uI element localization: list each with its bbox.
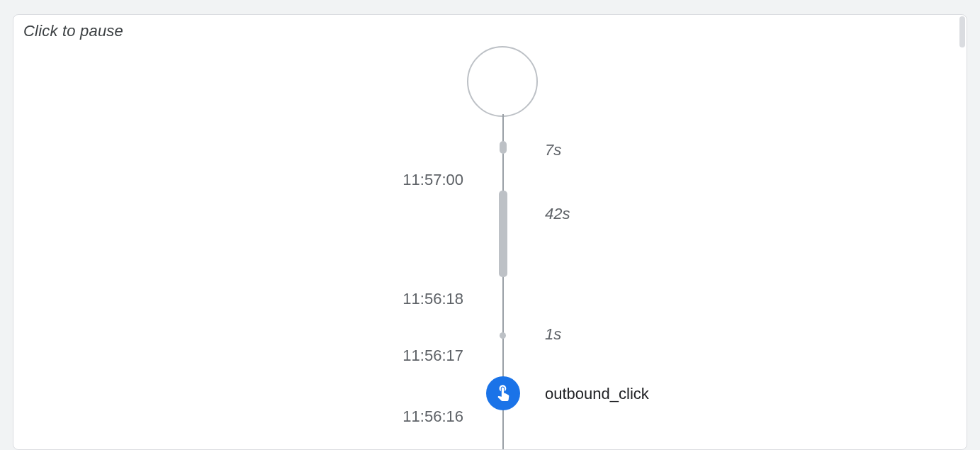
timestamp-label: 11:56:17 xyxy=(357,347,463,365)
touch-app-icon xyxy=(494,383,512,404)
timestamp-label: 11:56:16 xyxy=(357,407,463,426)
timestamp-label: 11:57:00 xyxy=(357,171,463,189)
timeline-container: 7s 11:57:00 42s 11:56:18 1s 11:56:17 out… xyxy=(13,15,967,449)
timestamp-label: 11:56:18 xyxy=(357,290,463,308)
user-avatar-circle[interactable] xyxy=(467,46,538,117)
event-label: outbound_click xyxy=(545,385,649,403)
event-node-click[interactable] xyxy=(486,376,520,410)
duration-label: 42s xyxy=(545,205,570,223)
duration-label: 7s xyxy=(545,141,561,159)
duration-label: 1s xyxy=(545,325,561,344)
duration-segment xyxy=(500,332,506,339)
timeline-card[interactable]: Click to pause 7s 11:57:00 42s 11:56:18 … xyxy=(13,14,967,450)
duration-segment xyxy=(499,191,507,277)
duration-segment xyxy=(500,141,507,154)
